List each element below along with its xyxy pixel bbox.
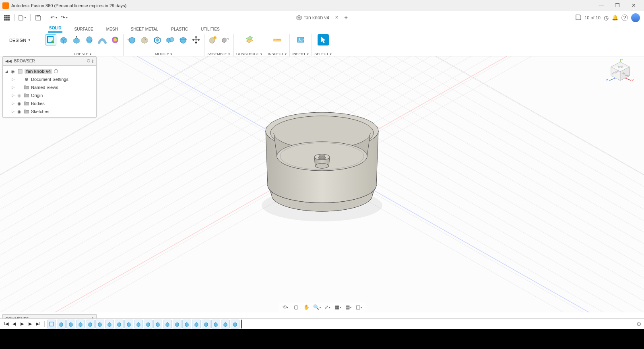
- job-status-icon[interactable]: ◷: [604, 14, 609, 21]
- visibility-toggle-icon[interactable]: ◉: [10, 69, 16, 74]
- create-sketch-button[interactable]: [45, 34, 56, 45]
- new-document-button[interactable]: +: [344, 14, 348, 21]
- help-icon[interactable]: ?: [621, 14, 628, 21]
- grid-settings-button[interactable]: ▤▾: [344, 303, 352, 311]
- new-component-button[interactable]: [207, 34, 218, 45]
- workspace-switcher[interactable]: DESIGN▼: [0, 24, 40, 56]
- split-body-button[interactable]: [178, 34, 189, 45]
- fit-button[interactable]: ⤢▾: [323, 303, 331, 311]
- look-at-button[interactable]: ▢: [292, 303, 300, 311]
- shell-button[interactable]: [152, 34, 163, 45]
- timeline-feature-17[interactable]: [202, 320, 211, 328]
- expand-toggle-icon[interactable]: ▷: [11, 101, 15, 105]
- timeline-settings-button[interactable]: ⚙: [636, 321, 642, 327]
- browser-item-document-settings[interactable]: ▷ ⚙ Document Settings: [3, 75, 96, 83]
- modeling-viewport[interactable]: [0, 56, 644, 312]
- activate-component-button[interactable]: [54, 69, 58, 73]
- zoom-button[interactable]: 🔍▾: [313, 303, 321, 311]
- notifications-icon[interactable]: 🔔: [612, 14, 618, 21]
- timeline-feature-7[interactable]: [105, 320, 114, 328]
- timeline-feature-sketch1[interactable]: [47, 320, 56, 328]
- tab-sheet-metal[interactable]: SHEET METAL: [130, 26, 159, 33]
- tab-utilities[interactable]: UTILITIES: [200, 26, 221, 33]
- model-fan-knob[interactable]: [266, 112, 378, 211]
- viewcube[interactable]: Y X Z TOP FRONT RIGHT: [606, 58, 634, 86]
- window-minimize-button[interactable]: —: [593, 0, 609, 11]
- revolve-button[interactable]: [84, 34, 95, 45]
- timeline-feature-6[interactable]: [95, 320, 104, 328]
- inspect-group-dropdown[interactable]: INSPECT▼: [268, 52, 287, 56]
- visibility-toggle-icon[interactable]: ◉: [17, 93, 22, 98]
- data-panel-button[interactable]: [2, 13, 11, 22]
- sweep-button[interactable]: [97, 34, 108, 45]
- construct-plane-button[interactable]: [244, 34, 255, 45]
- select-tool-button[interactable]: [318, 34, 329, 45]
- browser-item-bodies[interactable]: ▷ ◉ Bodies: [3, 99, 96, 107]
- expand-toggle-icon[interactable]: ▷: [11, 93, 15, 97]
- browser-menu-dot[interactable]: [87, 59, 90, 62]
- browser-root-component[interactable]: ◢ ◉ fan knob v4: [3, 67, 96, 75]
- save-button[interactable]: [34, 13, 43, 22]
- fillet-button[interactable]: [139, 34, 150, 45]
- timeline-feature-14[interactable]: [173, 320, 182, 328]
- timeline-feature-4[interactable]: [76, 320, 85, 328]
- expand-toggle-icon[interactable]: ▷: [11, 77, 15, 81]
- close-document-button[interactable]: ✕: [335, 15, 339, 20]
- document-tab-name[interactable]: fan knob v4: [304, 15, 329, 21]
- timeline-feature-9[interactable]: [124, 320, 133, 328]
- measure-button[interactable]: [272, 34, 283, 45]
- create-box-button[interactable]: [58, 34, 69, 45]
- select-group-dropdown[interactable]: SELECT▼: [314, 52, 332, 56]
- tab-surface[interactable]: SURFACE: [74, 26, 94, 33]
- expand-toggle-icon[interactable]: ◢: [4, 69, 8, 73]
- emboss-button[interactable]: [109, 34, 121, 45]
- extrude-button[interactable]: [71, 34, 82, 45]
- timeline-feature-10[interactable]: [134, 320, 143, 328]
- timeline-feature-13[interactable]: [163, 320, 172, 328]
- redo-button[interactable]: ↷▼: [60, 13, 69, 22]
- file-menu-button[interactable]: ▼: [18, 13, 27, 22]
- assemble-group-dropdown[interactable]: ASSEMBLE▼: [207, 52, 230, 56]
- window-maximize-button[interactable]: ❐: [609, 0, 625, 11]
- timeline-play-button[interactable]: ▶: [19, 320, 26, 328]
- construct-group-dropdown[interactable]: CONSTRUCT▼: [236, 52, 262, 56]
- recovery-save-icon[interactable]: [576, 14, 581, 21]
- browser-resize-handle[interactable]: ‖: [92, 59, 94, 63]
- create-group-dropdown[interactable]: CREATE▼: [74, 52, 92, 56]
- move-button[interactable]: [190, 34, 202, 45]
- expand-toggle-icon[interactable]: ▷: [11, 109, 15, 114]
- timeline-step-fwd-button[interactable]: ▶: [27, 320, 34, 328]
- timeline-step-back-button[interactable]: ◀: [10, 320, 18, 328]
- browser-item-origin[interactable]: ▷ ◉ Origin: [3, 91, 96, 99]
- timeline-go-end-button[interactable]: ▶I: [35, 320, 42, 328]
- timeline-feature-18[interactable]: [211, 320, 220, 328]
- browser-item-named-views[interactable]: ▷ Named Views: [3, 83, 96, 91]
- timeline-feature-3[interactable]: [66, 320, 75, 328]
- press-pull-button[interactable]: [126, 34, 137, 45]
- tab-solid[interactable]: SOLID: [48, 25, 62, 33]
- timeline-feature-12[interactable]: [153, 320, 162, 328]
- viewport-layout-button[interactable]: ◫▾: [355, 303, 363, 311]
- tab-mesh[interactable]: MESH: [105, 26, 119, 33]
- browser-collapse-button[interactable]: ◀◀: [5, 59, 12, 63]
- timeline-feature-19[interactable]: [221, 320, 230, 328]
- window-close-button[interactable]: ✕: [625, 0, 642, 11]
- expand-toggle-icon[interactable]: ▷: [11, 85, 15, 89]
- timeline-go-start-button[interactable]: I◀: [2, 320, 10, 328]
- timeline-feature-11[interactable]: [144, 320, 153, 328]
- timeline-feature-15[interactable]: [182, 320, 191, 328]
- orbit-button[interactable]: ⟲▾: [281, 303, 289, 311]
- undo-button[interactable]: ↶▼: [50, 13, 58, 22]
- timeline-feature-8[interactable]: [115, 320, 124, 328]
- timeline-feature-16[interactable]: [192, 320, 201, 328]
- timeline-feature-20[interactable]: [231, 320, 239, 328]
- combine-button[interactable]: [165, 34, 176, 45]
- timeline-feature-5[interactable]: [86, 320, 95, 328]
- profile-avatar[interactable]: [631, 13, 640, 22]
- display-settings-button[interactable]: ▦▾: [334, 303, 342, 311]
- tab-plastic[interactable]: PLASTIC: [170, 26, 189, 33]
- pan-button[interactable]: ✋: [302, 303, 310, 311]
- insert-decal-button[interactable]: [295, 34, 306, 45]
- joint-button[interactable]: [220, 34, 231, 45]
- timeline-marker[interactable]: [241, 320, 242, 328]
